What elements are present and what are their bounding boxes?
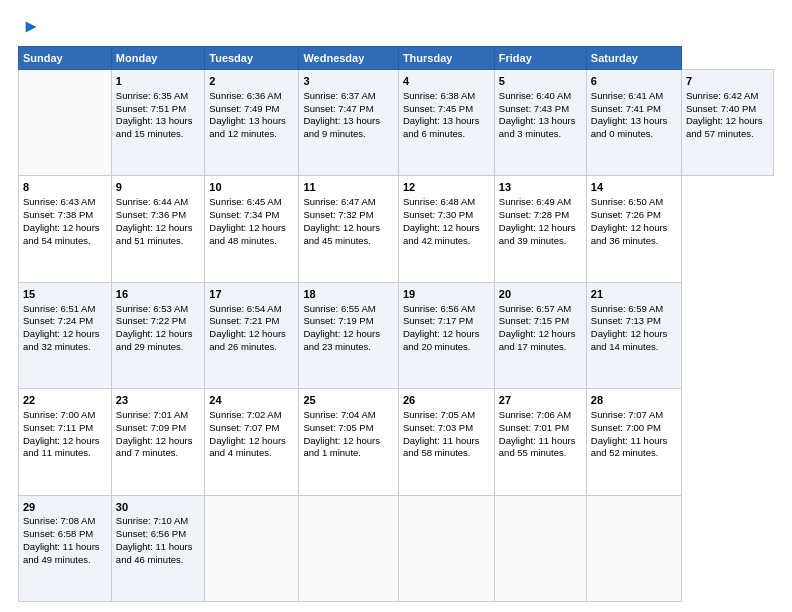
calendar-cell: 3Sunrise: 6:37 AMSunset: 7:47 PMDaylight…	[299, 70, 399, 176]
empty-cell	[19, 70, 112, 176]
calendar-cell	[299, 495, 399, 601]
calendar-cell: 9Sunrise: 6:44 AMSunset: 7:36 PMDaylight…	[111, 176, 204, 282]
calendar-cell: 24Sunrise: 7:02 AMSunset: 7:07 PMDayligh…	[205, 389, 299, 495]
calendar-cell: 15Sunrise: 6:51 AMSunset: 7:24 PMDayligh…	[19, 282, 112, 388]
calendar-cell: 1Sunrise: 6:35 AMSunset: 7:51 PMDaylight…	[111, 70, 204, 176]
calendar-week-row: 22Sunrise: 7:00 AMSunset: 7:11 PMDayligh…	[19, 389, 774, 495]
calendar-cell: 23Sunrise: 7:01 AMSunset: 7:09 PMDayligh…	[111, 389, 204, 495]
logo	[18, 18, 40, 36]
calendar-cell: 6Sunrise: 6:41 AMSunset: 7:41 PMDaylight…	[586, 70, 681, 176]
calendar-day-header: Wednesday	[299, 47, 399, 70]
calendar-cell: 29Sunrise: 7:08 AMSunset: 6:58 PMDayligh…	[19, 495, 112, 601]
calendar-cell: 13Sunrise: 6:49 AMSunset: 7:28 PMDayligh…	[494, 176, 586, 282]
calendar-cell: 28Sunrise: 7:07 AMSunset: 7:00 PMDayligh…	[586, 389, 681, 495]
calendar-cell: 5Sunrise: 6:40 AMSunset: 7:43 PMDaylight…	[494, 70, 586, 176]
calendar-cell: 8Sunrise: 6:43 AMSunset: 7:38 PMDaylight…	[19, 176, 112, 282]
calendar-cell: 26Sunrise: 7:05 AMSunset: 7:03 PMDayligh…	[398, 389, 494, 495]
calendar-cell: 14Sunrise: 6:50 AMSunset: 7:26 PMDayligh…	[586, 176, 681, 282]
calendar-cell: 20Sunrise: 6:57 AMSunset: 7:15 PMDayligh…	[494, 282, 586, 388]
calendar-cell	[494, 495, 586, 601]
calendar-cell: 12Sunrise: 6:48 AMSunset: 7:30 PMDayligh…	[398, 176, 494, 282]
calendar-week-row: 29Sunrise: 7:08 AMSunset: 6:58 PMDayligh…	[19, 495, 774, 601]
calendar-cell: 19Sunrise: 6:56 AMSunset: 7:17 PMDayligh…	[398, 282, 494, 388]
calendar-cell	[205, 495, 299, 601]
calendar-week-row: 8Sunrise: 6:43 AMSunset: 7:38 PMDaylight…	[19, 176, 774, 282]
calendar-cell: 7Sunrise: 6:42 AMSunset: 7:40 PMDaylight…	[681, 70, 773, 176]
calendar-cell: 2Sunrise: 6:36 AMSunset: 7:49 PMDaylight…	[205, 70, 299, 176]
calendar-week-row: 15Sunrise: 6:51 AMSunset: 7:24 PMDayligh…	[19, 282, 774, 388]
svg-marker-0	[26, 22, 37, 33]
calendar-day-header: Sunday	[19, 47, 112, 70]
calendar-day-header: Tuesday	[205, 47, 299, 70]
calendar-table: SundayMondayTuesdayWednesdayThursdayFrid…	[18, 46, 774, 602]
calendar-day-header: Saturday	[586, 47, 681, 70]
calendar-header-row: SundayMondayTuesdayWednesdayThursdayFrid…	[19, 47, 774, 70]
calendar-cell: 17Sunrise: 6:54 AMSunset: 7:21 PMDayligh…	[205, 282, 299, 388]
calendar-cell: 11Sunrise: 6:47 AMSunset: 7:32 PMDayligh…	[299, 176, 399, 282]
calendar-cell: 4Sunrise: 6:38 AMSunset: 7:45 PMDaylight…	[398, 70, 494, 176]
calendar-cell	[398, 495, 494, 601]
logo-icon	[22, 18, 40, 36]
calendar-cell: 21Sunrise: 6:59 AMSunset: 7:13 PMDayligh…	[586, 282, 681, 388]
calendar-cell: 18Sunrise: 6:55 AMSunset: 7:19 PMDayligh…	[299, 282, 399, 388]
calendar-cell: 16Sunrise: 6:53 AMSunset: 7:22 PMDayligh…	[111, 282, 204, 388]
calendar-cell: 10Sunrise: 6:45 AMSunset: 7:34 PMDayligh…	[205, 176, 299, 282]
page-header	[18, 18, 774, 36]
calendar-day-header: Friday	[494, 47, 586, 70]
calendar-cell	[586, 495, 681, 601]
calendar-cell: 30Sunrise: 7:10 AMSunset: 6:56 PMDayligh…	[111, 495, 204, 601]
calendar-cell: 22Sunrise: 7:00 AMSunset: 7:11 PMDayligh…	[19, 389, 112, 495]
calendar-week-row: 1Sunrise: 6:35 AMSunset: 7:51 PMDaylight…	[19, 70, 774, 176]
calendar-cell: 27Sunrise: 7:06 AMSunset: 7:01 PMDayligh…	[494, 389, 586, 495]
calendar-day-header: Thursday	[398, 47, 494, 70]
calendar-day-header: Monday	[111, 47, 204, 70]
calendar-cell: 25Sunrise: 7:04 AMSunset: 7:05 PMDayligh…	[299, 389, 399, 495]
